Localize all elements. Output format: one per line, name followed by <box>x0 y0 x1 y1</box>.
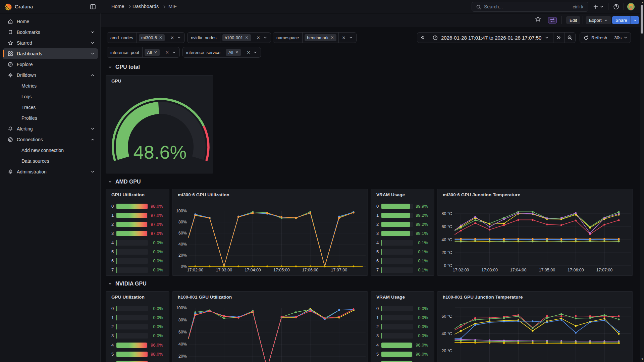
svg-text:80%: 80% <box>178 318 187 322</box>
svg-text:20 °C: 20 °C <box>442 250 452 255</box>
svg-text:20%: 20% <box>178 253 187 258</box>
svg-text:0%: 0% <box>181 264 187 269</box>
svg-text:60 °C: 60 °C <box>442 224 452 229</box>
svg-text:80%: 80% <box>178 220 187 224</box>
svg-text:20%: 20% <box>178 354 187 359</box>
svg-text:40 °C: 40 °C <box>442 238 452 242</box>
svg-text:80 °C: 80 °C <box>442 211 452 216</box>
svg-text:100%: 100% <box>176 209 187 213</box>
svg-text:17:02:00: 17:02:00 <box>187 268 204 272</box>
svg-text:17:07:00: 17:07:00 <box>596 268 613 272</box>
svg-text:17:04:00: 17:04:00 <box>245 268 261 272</box>
svg-text:17:03:00: 17:03:00 <box>481 268 498 272</box>
svg-text:60%: 60% <box>178 231 187 236</box>
svg-text:17:05:00: 17:05:00 <box>273 268 290 272</box>
svg-text:17:06:00: 17:06:00 <box>568 268 584 272</box>
svg-text:100%: 100% <box>176 306 187 310</box>
svg-text:60 °C: 60 °C <box>442 314 452 319</box>
svg-text:0 °C: 0 °C <box>444 263 452 268</box>
svg-text:17:07:00: 17:07:00 <box>331 268 347 272</box>
svg-text:60%: 60% <box>178 330 187 334</box>
svg-text:17:05:00: 17:05:00 <box>539 268 555 272</box>
svg-text:40 °C: 40 °C <box>442 331 452 336</box>
svg-text:17:02:00: 17:02:00 <box>453 268 469 272</box>
svg-text:48.6%: 48.6% <box>133 142 187 163</box>
svg-text:17:04:00: 17:04:00 <box>510 268 527 272</box>
svg-text:20 °C: 20 °C <box>442 349 452 353</box>
svg-text:40%: 40% <box>178 342 187 347</box>
svg-text:17:06:00: 17:06:00 <box>302 268 319 272</box>
svg-text:40%: 40% <box>178 242 187 247</box>
svg-text:17:03:00: 17:03:00 <box>216 268 232 272</box>
